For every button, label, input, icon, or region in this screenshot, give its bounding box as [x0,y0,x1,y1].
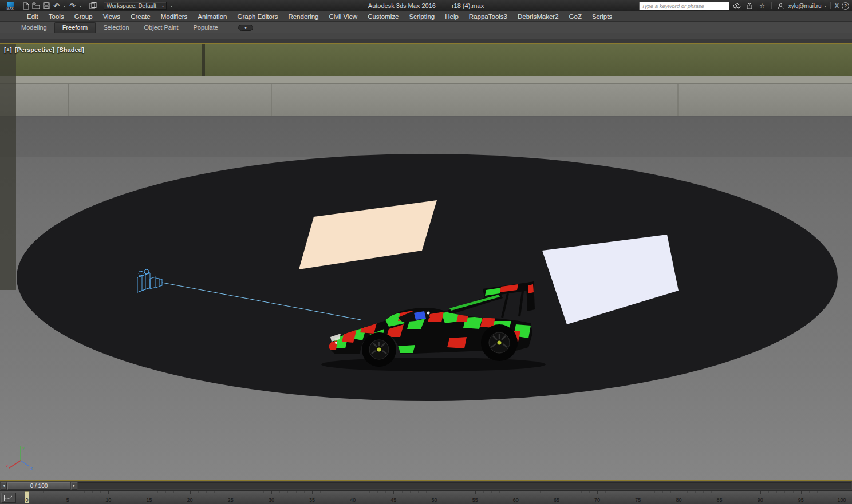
time-slider-track[interactable] [78,482,851,489]
menu-goz[interactable]: GoZ [564,11,587,21]
trackbar-tick [646,491,646,493]
toolbar-gap [0,39,852,43]
perspective-viewport[interactable]: y x z [+] [Perspective] [Shaded] [0,43,852,481]
menu-modifiers[interactable]: Modifiers [156,11,193,21]
chevron-down-icon: ▾ [171,4,172,8]
undo-history-dropdown[interactable]: ▾ [62,1,67,10]
viewport-pov-menu[interactable]: [Perspective] [15,46,54,53]
exchange-apps-icon[interactable]: X [835,2,839,9]
menu-rappatools3[interactable]: RappaTools3 [464,11,512,21]
menu-customize[interactable]: Customize [362,11,404,21]
user-email[interactable]: xylq@mail.ru [788,3,822,9]
tab-populate[interactable]: Populate [186,23,225,33]
menu-scripts[interactable]: Scripts [587,11,617,21]
trackbar-tick [451,491,451,493]
workspace-selector[interactable]: Workspace: Default ▾ [104,2,167,10]
trackbar-number: 0 [25,497,28,503]
menu-tools[interactable]: Tools [44,11,69,21]
menu-views[interactable]: Views [98,11,125,21]
favorites-star-icon[interactable]: ☆ [758,1,767,10]
trackbar-tick [296,491,297,493]
redo-history-dropdown[interactable]: ▾ [78,1,83,10]
trackbar-tick [52,491,52,493]
tab-object-paint[interactable]: Object Paint [137,23,186,33]
trackbar-number: 60 [513,497,519,503]
menu-edit[interactable]: Edit [22,11,44,21]
previous-frame-button[interactable]: ◄ [1,482,7,490]
trackbar-tick [728,491,728,493]
trackbar-number: 75 [635,497,641,503]
trackbar-tick [516,491,516,494]
trackbar-number: 40 [350,497,356,503]
trackbar-tick [809,491,810,493]
trackbar-number: 55 [472,497,478,503]
trackbar-tick [345,491,345,493]
ribbon-minimize-toggle[interactable]: ▾ [238,25,253,31]
trackbar-number: 90 [758,497,763,503]
new-scene-button[interactable] [21,1,30,10]
menu-scripting[interactable]: Scripting [404,11,440,21]
trackbar-number: 80 [676,497,681,503]
chevron-down-icon[interactable]: ▾ [825,4,826,8]
next-frame-button[interactable]: ► [71,482,77,490]
separator [830,2,831,9]
trackbar-tick [117,491,117,493]
menu-create[interactable]: Create [125,11,156,21]
trackbar-tick [27,491,27,494]
search-icon[interactable] [732,1,742,10]
viewport-canvas[interactable]: y x z [0,44,852,480]
undo-button[interactable]: ↶ [52,1,61,10]
trackbar-tick [402,491,403,493]
menu-civil-view[interactable]: Civil View [324,11,362,21]
trackbar-tick [255,491,255,493]
menu-help[interactable]: Help [440,11,464,21]
tab-selection[interactable]: Selection [96,23,136,33]
trackbar-tick [385,491,386,493]
time-slider-button[interactable]: 0 / 100 [7,482,70,490]
menu-group[interactable]: Group [69,11,98,21]
trackbar-tick [622,491,622,493]
search-input[interactable] [639,2,729,10]
menu-debrismaker2[interactable]: DebrisMaker2 [512,11,564,21]
tab-freeform[interactable]: Freeform [54,22,96,33]
trackbar-tick [263,491,264,493]
open-file-button[interactable] [31,1,41,10]
time-slider-row: ◄ 0 / 100 ► [0,481,852,490]
trackbar-tick [842,491,842,494]
viewport-shading-menu[interactable]: [Shaded] [57,46,84,53]
tab-modeling[interactable]: Modeling [14,23,54,33]
help-glyph: ? [844,3,847,9]
trackbar-tick [426,491,427,493]
trackbar-tick [776,491,777,493]
trackbar-number: 10 [105,497,111,503]
project-folder-button[interactable] [88,1,98,10]
save-file-button[interactable] [41,1,51,10]
trackbar-tick [223,491,223,493]
trackbar-tick [443,491,443,493]
star-glyph: ☆ [759,2,765,10]
quick-access-toolbar: ↶ ▾ ↷ ▾ [21,1,98,10]
trackbar-number: 5 [66,497,69,503]
menu-graph-editors[interactable]: Graph Editors [232,11,283,21]
menu-rendering[interactable]: Rendering [283,11,324,21]
viewport-general-menu[interactable]: [+] [4,46,12,53]
mini-curve-editor-button[interactable] [1,493,16,503]
trackbar-number: 70 [594,497,600,503]
trackbar-ruler[interactable]: 0510152025303540455055606570758085909510… [0,490,852,504]
help-icon[interactable]: ? [842,2,849,10]
user-account-icon[interactable] [776,1,786,10]
trackbar-tick [35,491,36,493]
redo-button[interactable]: ↷ [68,1,77,10]
chevron-down-icon: ▾ [80,4,81,8]
application-menu-button[interactable]: MAX [3,2,18,10]
3dsmax-logo-icon [7,2,14,7]
share-icon[interactable] [745,1,755,10]
menu-animation[interactable]: Animation [192,11,232,21]
trackbar-tick [801,491,802,494]
trackbar-tick [393,491,394,494]
trackbar-tick [239,491,239,493]
trackbar-tick [377,491,378,493]
workspace-options-button[interactable]: ▾ [168,2,175,10]
trackbar-tick [817,491,818,493]
trackbar-tick [320,491,321,493]
